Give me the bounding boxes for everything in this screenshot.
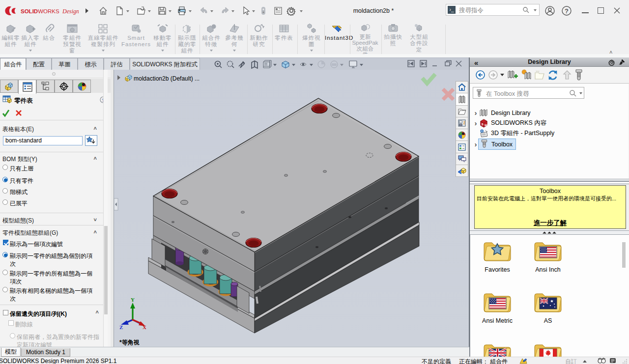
svg-text:SOLIDWORKS: SOLIDWORKS [21,8,59,14]
svg-text:W: W [485,123,487,127]
svg-text:moldaction2b (Default) ...: moldaction2b (Default) ... [134,75,200,82]
svg-text:Design: Design [62,8,79,15]
svg-text:X: X [143,324,146,330]
svg-text:Y: Y [131,297,135,303]
svg-text:*等角視: *等角視 [119,339,140,346]
svg-text:Z: Z [119,324,123,330]
svg-text:S: S [482,122,484,126]
svg-text:?: ? [565,7,569,15]
